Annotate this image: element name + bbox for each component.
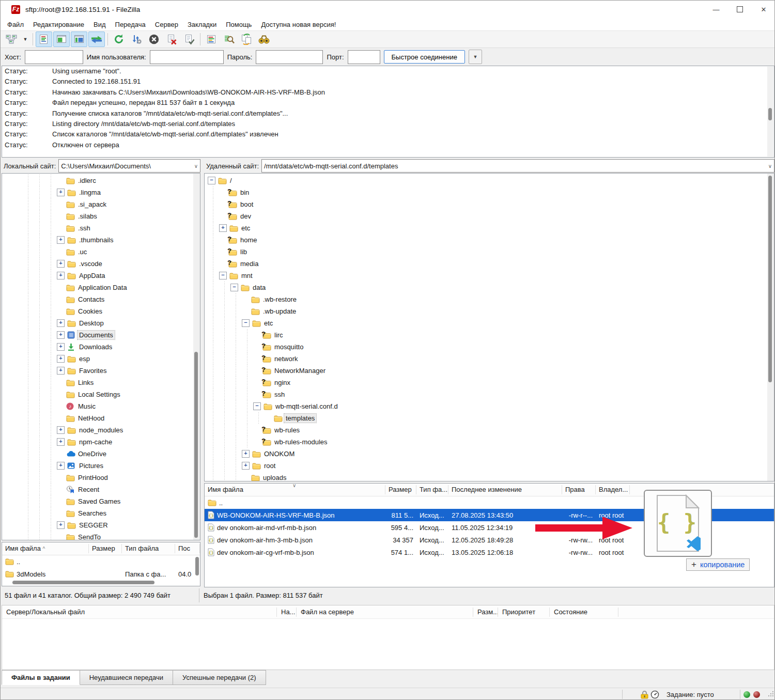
tree-item-si-apack[interactable]: .si_apack <box>23 198 200 210</box>
tree-item-ssh[interactable]: .ssh <box>23 222 200 234</box>
expand-icon[interactable]: + <box>57 260 65 268</box>
tree-item-uc[interactable]: .uc <box>23 246 200 258</box>
tree-item-application-data[interactable]: Application Data <box>23 282 200 293</box>
tree-item-desktop[interactable]: +Desktop <box>23 317 200 329</box>
expand-icon[interactable]: + <box>57 189 65 196</box>
tree-item-pictures[interactable]: +Pictures <box>23 460 200 472</box>
queue-column-сервер-локальный-файл[interactable]: Сервер/Локальный файл <box>2 608 277 617</box>
tree-item-nethood[interactable]: NetHood <box>23 412 200 424</box>
queue-column-на[interactable]: На... <box>277 608 297 617</box>
tree-item-documents[interactable]: +Documents <box>23 329 200 341</box>
maximize-button[interactable] <box>728 1 752 18</box>
toggle-queue-button[interactable] <box>88 32 105 47</box>
tree-item-data[interactable]: −data <box>208 282 774 293</box>
speed-limit-icon[interactable] <box>650 690 659 699</box>
column-header-владел[interactable]: Владел... <box>596 485 630 494</box>
close-button[interactable]: ✕ <box>752 1 775 18</box>
tree-item-cookies[interactable]: Cookies <box>23 305 200 317</box>
tree-item-item[interactable]: −/ <box>208 175 774 186</box>
menu-item-сервер[interactable]: Сервер <box>150 19 183 30</box>
menu-item-закладки[interactable]: Закладки <box>183 19 221 30</box>
column-header-тип-файла[interactable]: Тип файла <box>122 544 175 553</box>
expand-icon[interactable]: + <box>57 355 65 363</box>
column-header-размер[interactable]: Размер <box>385 485 416 494</box>
tree-item-npm-cache[interactable]: +npm-cache <box>23 436 200 448</box>
tab-неудавшиеся-передачи[interactable]: Неудавшиеся передачи <box>80 670 173 685</box>
toggle-log-button[interactable] <box>36 32 52 47</box>
menu-item-передача[interactable]: Передача <box>111 19 150 30</box>
menu-item-помощь[interactable]: Помощь <box>221 19 256 30</box>
tree-item-uploads[interactable]: uploads <box>208 472 774 481</box>
expand-icon[interactable]: + <box>57 236 65 244</box>
expand-icon[interactable]: + <box>242 450 250 458</box>
tree-item-network[interactable]: ?network <box>208 353 774 365</box>
remote-tree-scrollbar[interactable] <box>767 174 774 481</box>
tree-item-links[interactable]: Links <box>23 377 200 388</box>
local-list-vscrollbar[interactable] <box>195 557 199 575</box>
tree-item-printhood[interactable]: PrintHood <box>23 472 200 484</box>
menu-item-файл[interactable]: Файл <box>3 19 28 30</box>
remote-site-combo[interactable]: /mnt/data/etc/wb-mqtt-serial.conf.d/temp… <box>261 159 774 173</box>
tree-item-searches[interactable]: Searches <box>23 507 200 519</box>
expand-icon[interactable]: + <box>57 331 65 339</box>
column-header-права[interactable]: Права <box>562 485 596 494</box>
compare-button[interactable] <box>221 32 237 47</box>
username-input[interactable] <box>150 50 224 64</box>
tree-item-bin[interactable]: ?bin <box>208 186 774 198</box>
expand-icon[interactable]: + <box>57 462 65 470</box>
queue-column-разм[interactable]: Разм... <box>473 608 498 617</box>
log-scrollbar[interactable] <box>767 67 773 157</box>
menu-item-доступна-новая-версия[interactable]: Доступна новая версия! <box>256 19 340 30</box>
column-header-размер[interactable]: Размер <box>89 544 122 553</box>
tab-успешные-передачи-2[interactable]: Успешные передачи (2) <box>173 670 266 685</box>
tree-item-thumbnails[interactable]: +.thumbnails <box>23 234 200 246</box>
collapse-icon[interactable]: − <box>242 319 250 327</box>
quickconnect-button[interactable]: Быстрое соединение <box>384 50 465 64</box>
tree-item-local-settings[interactable]: Local Settings <box>23 388 200 400</box>
local-list-hscrollbar[interactable] <box>12 581 154 584</box>
queue-column-состояние[interactable]: Состояние <box>550 608 618 617</box>
tree-item-boot[interactable]: ?boot <box>208 198 774 210</box>
tree-item-dev[interactable]: ?dev <box>208 210 774 222</box>
tree-item-lirc[interactable]: ?lirc <box>208 329 774 341</box>
tree-item-wb-restore[interactable]: .wb-restore <box>208 293 774 305</box>
file-row-item[interactable]: .. <box>2 555 200 568</box>
tree-item-root[interactable]: +root <box>208 460 774 472</box>
expand-icon[interactable]: + <box>57 319 65 327</box>
expand-icon[interactable]: + <box>57 367 65 375</box>
expand-icon[interactable]: + <box>57 343 65 351</box>
tree-item-music[interactable]: ♪Music <box>23 400 200 412</box>
tree-item-wb-rules-modules[interactable]: ?wb-rules-modules <box>208 436 774 448</box>
tree-item-mosquitto[interactable]: ?mosquitto <box>208 341 774 353</box>
tree-item-wb-rules[interactable]: ?wb-rules <box>208 424 774 436</box>
local-tree-scrollbar[interactable] <box>193 174 200 540</box>
tree-item-home[interactable]: ?home <box>208 234 774 246</box>
tree-item-appdata[interactable]: +AppData <box>23 270 200 282</box>
file-row-3dmodels[interactable]: 3dModelsПапка с фа...04.0 <box>2 568 200 580</box>
tree-item-idlerc[interactable]: .idlerc <box>23 175 200 186</box>
tree-item-onedrive[interactable]: OneDrive <box>23 448 200 460</box>
tree-item-networkmanager[interactable]: ?NetworkManager <box>208 365 774 377</box>
filter-button[interactable] <box>203 32 220 47</box>
queue-column-файл-на-сервере[interactable]: Файл на сервере <box>297 608 473 617</box>
site-manager-button[interactable] <box>3 32 20 47</box>
expand-icon[interactable]: + <box>57 521 65 529</box>
minimize-button[interactable]: — <box>704 1 728 18</box>
tree-item-saved-games[interactable]: Saved Games <box>23 495 200 507</box>
resize-grip[interactable] <box>767 690 774 699</box>
column-header-последнее-изменение[interactable]: Последнее изменение <box>448 485 562 494</box>
expand-icon[interactable]: + <box>57 438 65 446</box>
tree-item-lingma[interactable]: +.lingma <box>23 186 200 198</box>
tree-item-lib[interactable]: ?lib <box>208 246 774 258</box>
tree-item-mnt[interactable]: −mnt <box>208 270 774 282</box>
tree-item-sendto[interactable]: SendTo <box>23 531 200 540</box>
sync-browse-button[interactable] <box>238 32 255 47</box>
tree-item-downloads[interactable]: +Downloads <box>23 341 200 353</box>
toggle-remote-tree-button[interactable] <box>71 32 87 47</box>
collapse-icon[interactable]: − <box>230 284 238 291</box>
tree-item-onokom[interactable]: +ONOKOM <box>208 448 774 460</box>
local-site-combo[interactable]: C:\Users\Михаил\Documents\ ∨ <box>58 159 200 173</box>
column-header-тип-фа[interactable]: Тип фа... <box>416 485 448 494</box>
menu-item-редактирование[interactable]: Редактирование <box>28 19 89 30</box>
tree-item-contacts[interactable]: Contacts <box>23 293 200 305</box>
